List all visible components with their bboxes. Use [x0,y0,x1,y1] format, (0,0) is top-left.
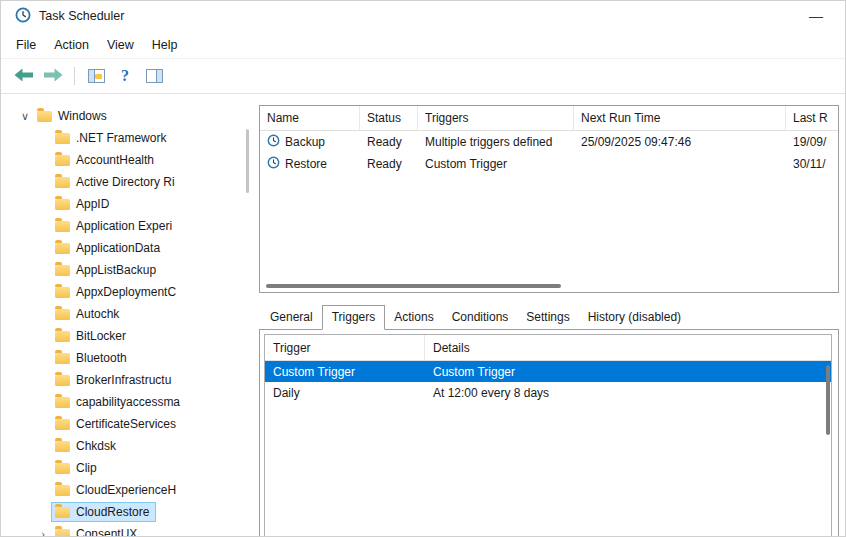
tab-history[interactable]: History (disabled) [579,306,690,329]
tree-item-label: BitLocker [76,329,126,343]
tab-conditions[interactable]: Conditions [443,306,518,329]
trigger-row-custom[interactable]: Custom Trigger Custom Trigger [265,361,831,382]
console-tree: ∨ Windows .NET Framework AccountHealth A… [11,105,249,536]
minimize-button[interactable]: — [801,8,831,24]
tree-item-brokerinfrastructure[interactable]: BrokerInfrastructu [11,369,249,391]
folder-icon [55,287,70,298]
tree-item-bluetooth[interactable]: Bluetooth [11,347,249,369]
tab-settings[interactable]: Settings [517,306,578,329]
task-clock-icon [267,156,280,172]
tree-item-applistbackup[interactable]: AppListBackup [11,259,249,281]
menu-action[interactable]: Action [45,34,98,56]
triggers-tab-content: Trigger Details Custom Trigger Custom Tr… [259,329,839,537]
task-triggers: Multiple triggers defined [418,131,574,153]
back-button[interactable] [11,63,37,89]
forward-button[interactable] [40,63,66,89]
tree-item-applicationdata[interactable]: ApplicationData [11,237,249,259]
help-button[interactable]: ? [112,63,138,89]
task-last-run: 30/11/ [786,153,838,175]
tree-item-capabilityaccessmanager[interactable]: capabilityaccessma [11,391,249,413]
menu-view[interactable]: View [98,34,143,56]
task-next-run [574,153,786,175]
back-arrow-icon [14,68,34,85]
action-pane-icon [146,69,163,83]
column-header-next-run-time[interactable]: Next Run Time [574,106,786,130]
tree-item-windows[interactable]: ∨ Windows [11,105,249,127]
task-list-panel: Name Status Triggers Next Run Time Last … [259,105,839,293]
tree-item-application-experience[interactable]: Application Experi [11,215,249,237]
trigger-row-daily[interactable]: Daily At 12:00 every 8 days [265,382,831,403]
folder-icon [55,309,70,320]
tree-item-cloudexperiencehost[interactable]: CloudExperienceH [11,479,249,501]
folder-icon [55,397,70,408]
column-header-status[interactable]: Status [360,106,418,130]
folder-icon [55,529,70,537]
tree-item-accounthealth[interactable]: AccountHealth [11,149,249,171]
toolbar: ? [1,59,845,94]
column-header-triggers[interactable]: Triggers [418,106,574,130]
triggers-table-header: Trigger Details [265,335,831,361]
tab-actions[interactable]: Actions [385,306,442,329]
tree-item-chkdsk[interactable]: Chkdsk [11,435,249,457]
tree-item-cloudrestore[interactable]: CloudRestore [11,501,249,523]
folder-icon [55,485,70,496]
task-clock-icon [267,134,280,150]
tree-item-label: capabilityaccessma [76,395,180,409]
folder-icon [55,155,70,166]
folder-icon [37,111,52,122]
task-scheduler-icon [15,7,31,26]
task-next-run: 25/09/2025 09:47:46 [574,131,786,153]
tree-item-bitlocker[interactable]: BitLocker [11,325,249,347]
titlebar: Task Scheduler — [1,1,845,31]
task-detail-panel: General Triggers Actions Conditions Sett… [259,303,839,537]
column-header-name[interactable]: Name [260,106,360,130]
tree-item-appxdeployment[interactable]: AppxDeploymentC [11,281,249,303]
menubar: File Action View Help [1,31,845,59]
tree-item-label: AccountHealth [76,153,154,167]
column-header-last-run-time[interactable]: Last R [786,106,838,130]
column-header-details[interactable]: Details [425,335,831,360]
chevron-expanded-icon: ∨ [17,111,33,122]
tree-item-clip[interactable]: Clip [11,457,249,479]
detail-tabs: General Triggers Actions Conditions Sett… [259,303,839,329]
vertical-scrollbar-thumb[interactable] [826,365,830,435]
horizontal-scrollbar[interactable] [262,284,836,289]
folder-icon [55,353,70,364]
triggers-table: Trigger Details Custom Trigger Custom Tr… [264,334,832,537]
tree-item-net-framework[interactable]: .NET Framework [11,127,249,149]
task-scheduler-window: Task Scheduler — File Action View Help ?… [0,0,846,537]
tab-general[interactable]: General [261,306,322,329]
task-status: Ready [360,153,418,175]
help-icon: ? [121,67,129,85]
folder-icon [55,265,70,276]
folder-icon [55,331,70,342]
folder-icon [55,133,70,144]
column-header-trigger[interactable]: Trigger [265,335,425,360]
task-row-restore[interactable]: Restore Ready Custom Trigger 30/11/ [260,153,838,175]
task-status: Ready [360,131,418,153]
folder-icon [55,463,70,474]
tree-item-consentux[interactable]: › ConsentUX [11,523,249,536]
console-tree-toggle-button[interactable] [83,63,109,89]
tree-item-label: CloudExperienceH [76,483,176,497]
trigger-details: Custom Trigger [425,361,831,382]
folder-icon [55,177,70,188]
tree-item-label: Autochk [76,307,119,321]
tab-triggers[interactable]: Triggers [322,305,386,330]
tree-item-certificateservices[interactable]: CertificateServices [11,413,249,435]
tree-item-label: Bluetooth [76,351,127,365]
chevron-collapsed-icon: › [35,529,51,537]
menu-help[interactable]: Help [143,34,187,56]
tree-item-label: .NET Framework [76,131,166,145]
tree-item-active-directory[interactable]: Active Directory Ri [11,171,249,193]
action-pane-toggle-button[interactable] [141,63,167,89]
window-title: Task Scheduler [39,9,124,23]
trigger-name: Custom Trigger [265,361,425,382]
tree-scrollbar-thumb[interactable] [246,129,249,193]
task-row-backup[interactable]: Backup Ready Multiple triggers defined 2… [260,131,838,153]
horizontal-scrollbar-thumb[interactable] [266,284,561,288]
tree-item-appid[interactable]: AppID [11,193,249,215]
menu-file[interactable]: File [7,34,45,56]
tree-item-autochk[interactable]: Autochk [11,303,249,325]
task-name: Restore [285,157,327,171]
